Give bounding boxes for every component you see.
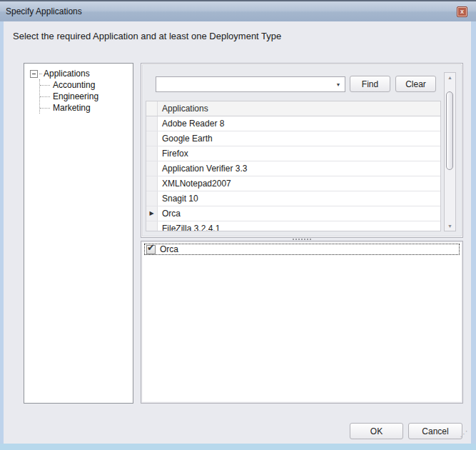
selected-items-list: ✔ Orca: [144, 244, 460, 255]
tree-node-engineering[interactable]: Engineering: [40, 91, 130, 102]
row-indicator-cell: [146, 116, 158, 131]
row-indicator-cell: [146, 146, 158, 161]
tree-node-label: Accounting: [53, 80, 95, 90]
table-row[interactable]: Google Earth: [146, 131, 440, 146]
table-row[interactable]: Snagit 10: [146, 191, 440, 206]
scroll-up-icon[interactable]: ▲: [445, 75, 455, 80]
clear-button[interactable]: Clear: [395, 76, 436, 92]
table-row[interactable]: Application Verifier 3.3: [146, 161, 440, 176]
tree-node-applications[interactable]: Applications: [30, 68, 130, 79]
scroll-down-icon[interactable]: ▼: [445, 224, 455, 229]
applications-tree-panel: Applications Accounting Engineering Mark…: [24, 63, 133, 404]
tree-children: Accounting Engineering Marketing: [39, 79, 130, 114]
checkbox[interactable]: ✔: [146, 245, 156, 254]
window-border-right: [471, 21, 476, 450]
row-indicator-cell: [146, 131, 158, 146]
row-indicator-cell: [146, 176, 158, 191]
tree-node-label: Engineering: [53, 91, 98, 101]
splitter-dots-icon: [293, 239, 311, 240]
grid-cell[interactable]: Application Verifier 3.3: [158, 161, 440, 176]
search-combobox[interactable]: ▼: [156, 76, 345, 92]
row-indicator-cell: ▶: [146, 206, 158, 221]
tree-connector: [39, 74, 42, 74]
grid-cell[interactable]: Adobe Reader 8: [158, 116, 440, 131]
selected-applications-panel: ✔ Orca: [141, 241, 463, 404]
chevron-down-icon[interactable]: ▼: [333, 78, 344, 91]
row-indicator-cell: [146, 191, 158, 206]
applications-list-panel: ▼ Find Clear Applications Adobe Reader 8…: [141, 63, 463, 238]
grid-cell[interactable]: Orca: [158, 206, 440, 221]
tree-node-marketing[interactable]: Marketing: [40, 102, 130, 114]
dialog-title: Specify Applications: [6, 6, 82, 16]
search-input[interactable]: [158, 78, 332, 92]
ok-button[interactable]: OK: [350, 423, 403, 439]
grid-cell[interactable]: Google Earth: [158, 131, 440, 146]
cancel-button[interactable]: Cancel: [408, 423, 462, 439]
grid-header-row[interactable]: Applications: [146, 101, 440, 116]
row-indicator-cell: [146, 221, 158, 231]
table-row[interactable]: ▶ Orca: [146, 206, 440, 221]
window-border-left: [0, 21, 4, 450]
resize-grip-icon[interactable]: ⋰: [459, 429, 469, 440]
titlebar: Specify Applications: [0, 0, 476, 21]
grid-cell[interactable]: Firefox: [158, 146, 440, 161]
table-row[interactable]: Adobe Reader 8: [146, 116, 440, 131]
selected-application-label: Orca: [160, 244, 178, 254]
check-icon: ✔: [147, 243, 155, 253]
close-button[interactable]: x: [457, 6, 467, 17]
tree-node-label: Marketing: [53, 103, 91, 113]
instruction-text: Select the required Application and at l…: [13, 31, 281, 41]
scrollbar-thumb[interactable]: [446, 91, 453, 170]
grid-body: Adobe Reader 8 Google Earth Firefox Appl…: [146, 116, 440, 231]
table-row[interactable]: XMLNotepad2007: [146, 176, 440, 191]
tree-node-accounting[interactable]: Accounting: [40, 79, 130, 91]
row-indicator-cell: [146, 161, 158, 176]
close-icon: x: [460, 9, 464, 15]
table-row[interactable]: FileZilla 3.2.4.1: [146, 221, 440, 231]
header-indicator-cell: [146, 101, 158, 116]
window-border-bottom: [0, 444, 476, 450]
column-header[interactable]: Applications: [158, 101, 440, 116]
tree-collapse-icon[interactable]: [30, 70, 38, 78]
table-row[interactable]: Firefox: [146, 146, 440, 161]
tree-root-label: Applications: [44, 69, 90, 79]
grid-cell[interactable]: Snagit 10: [158, 191, 440, 206]
dialog-window: Specify Applications x Select the requir…: [0, 0, 476, 450]
grid-scrollbar[interactable]: ▲ ▼: [444, 72, 456, 231]
grid-cell[interactable]: FileZilla 3.2.4.1: [158, 221, 440, 231]
find-button[interactable]: Find: [350, 76, 390, 92]
grid-cell[interactable]: XMLNotepad2007: [158, 176, 440, 191]
applications-grid: Applications Adobe Reader 8 Google Earth…: [146, 101, 441, 231]
selected-application-item[interactable]: ✔ Orca: [144, 244, 460, 255]
active-row-arrow-icon: ▶: [149, 211, 153, 216]
